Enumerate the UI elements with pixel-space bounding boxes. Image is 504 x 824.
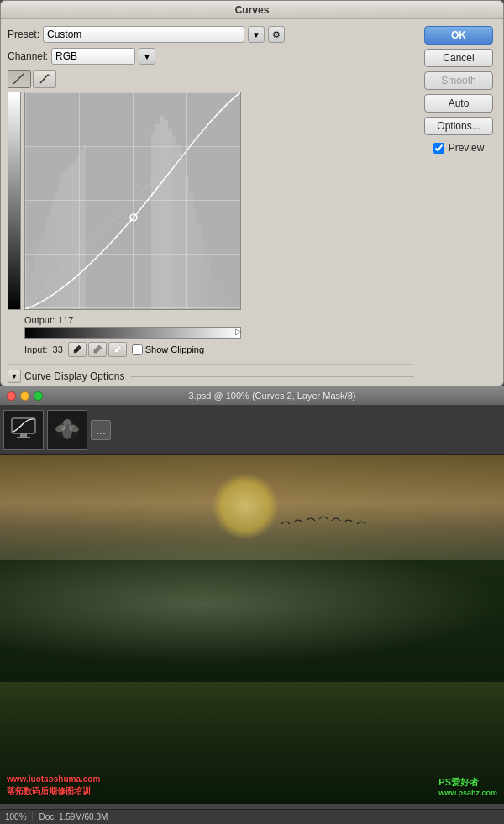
curves-dialog: Curves Preset: Custom ▼ ⚙ Channel: RGB ▼ <box>0 0 504 386</box>
curve-canvas[interactable] <box>24 92 241 310</box>
doc-info: Doc: 1.59M/60.3M <box>39 812 108 821</box>
layer-strip: ... <box>0 405 504 455</box>
gray-eyedropper-btn[interactable] <box>88 342 107 357</box>
channel-label: Channel: <box>8 50 48 62</box>
layer-thumb-curves[interactable] <box>3 410 44 450</box>
cancel-button[interactable]: Cancel <box>424 49 493 67</box>
svg-rect-50 <box>20 433 27 437</box>
auto-button[interactable]: Auto <box>424 94 493 113</box>
eyedropper-group <box>68 342 127 357</box>
ps-window-bar: 3.psd @ 100% (Curves 2, Layer Mask/8) <box>0 386 504 405</box>
input-value: 33 <box>53 344 63 354</box>
close-btn[interactable] <box>7 391 16 401</box>
dialog-title: Curves <box>235 4 270 16</box>
curve-tool-btn[interactable] <box>8 70 31 88</box>
curve-display-arrow-btn[interactable]: ▼ <box>8 370 21 383</box>
dialog-body: Preset: Custom ▼ ⚙ Channel: RGB ▼ <box>1 19 503 390</box>
zoom-level: 100% <box>5 812 33 821</box>
img-moon <box>212 473 279 540</box>
show-clipping-text: Show Clipping <box>145 344 204 354</box>
birds-svg <box>277 507 378 541</box>
curve-display-label: Curve Display Options <box>24 370 124 382</box>
smooth-button[interactable]: Smooth <box>424 71 493 90</box>
preview-row: Preview <box>433 142 485 154</box>
pencil-tool-btn[interactable] <box>33 70 56 88</box>
dialog-titlebar: Curves <box>1 1 503 19</box>
layer-thumb-image[interactable] <box>47 410 87 450</box>
ps-canvas-area: 3.psd @ 100% (Curves 2, Layer Mask/8) <box>0 386 504 824</box>
input-label: Input: <box>24 344 48 354</box>
channel-dropdown-btn[interactable]: ▼ <box>139 48 155 65</box>
show-clipping-checkbox[interactable] <box>132 344 143 355</box>
input-row: Input: 33 <box>24 342 414 357</box>
gradient-arrow: ▷ <box>235 327 242 336</box>
black-eyedropper-btn[interactable] <box>68 342 87 357</box>
output-value: 117 <box>58 315 73 325</box>
watermark-left-line1: www.luotaoshuma.com <box>7 774 100 785</box>
right-panel: OK Cancel Smooth Auto Options... Preview <box>421 26 496 383</box>
channel-select[interactable]: RGB <box>51 48 135 65</box>
show-clipping-label[interactable]: Show Clipping <box>132 344 204 355</box>
preview-checkbox[interactable] <box>433 143 444 154</box>
svg-rect-48 <box>5 412 42 449</box>
left-panel: Preset: Custom ▼ ⚙ Channel: RGB ▼ <box>8 26 414 383</box>
preset-row: Preset: Custom ▼ ⚙ <box>8 26 414 43</box>
maximize-btn[interactable] <box>34 391 43 401</box>
options-button[interactable]: Options... <box>424 117 493 135</box>
curve-display-divider <box>131 376 414 377</box>
watermark-left-line2: 落拓数码后期修图培训 <box>7 785 100 797</box>
preset-gear-btn[interactable]: ⚙ <box>268 26 285 43</box>
watermark-right-main: PS爱好者 <box>438 776 497 789</box>
curve-tools <box>8 70 414 88</box>
channel-row: Channel: RGB ▼ <box>8 48 414 65</box>
status-bar: 100% Doc: 1.59M/60.3M <box>0 809 504 824</box>
watermark-right-sub: www.psahz.com <box>438 789 497 797</box>
ok-button[interactable]: OK <box>424 26 493 45</box>
input-gradient-bar: ▷ <box>24 327 241 339</box>
preset-label: Preset: <box>8 29 39 40</box>
preset-select[interactable]: Custom <box>43 26 244 43</box>
curve-wrapper <box>8 92 414 310</box>
main-image: www.luotaoshuma.com 落拓数码后期修图培训 PS爱好者 www… <box>0 455 504 804</box>
output-gradient-bar <box>8 92 21 310</box>
output-label: Output: <box>24 315 55 325</box>
white-eyedropper-btn[interactable] <box>108 342 127 357</box>
watermark-right: PS爱好者 www.psahz.com <box>438 776 497 797</box>
layer-more-btn[interactable]: ... <box>91 420 111 440</box>
curve-display-row: ▼ Curve Display Options <box>8 364 414 383</box>
preview-label: Preview <box>449 142 485 154</box>
svg-rect-51 <box>17 437 30 438</box>
output-section: Output: 117 <box>24 312 414 325</box>
svg-line-1 <box>40 75 48 83</box>
window-filename: 3.psd @ 100% (Curves 2, Layer Mask/8) <box>47 391 497 401</box>
watermark-left: www.luotaoshuma.com 落拓数码后期修图培训 <box>7 774 100 797</box>
img-mist <box>0 543 504 664</box>
minimize-btn[interactable] <box>20 391 29 401</box>
preset-dropdown-btn[interactable]: ▼ <box>248 26 265 43</box>
